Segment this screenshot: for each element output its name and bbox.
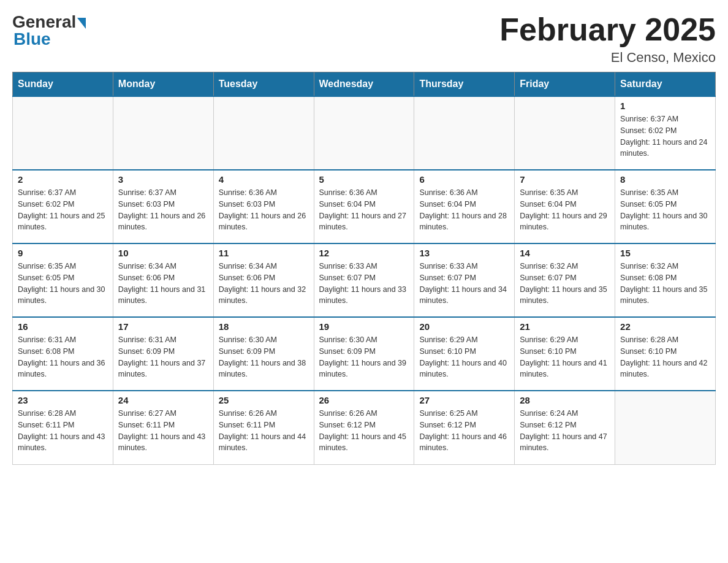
logo: General Blue (12, 12, 86, 49)
day-info: Sunrise: 6:36 AMSunset: 6:03 PMDaylight:… (219, 187, 309, 233)
day-header-saturday: Saturday (615, 72, 716, 97)
day-number: 16 (18, 321, 108, 332)
logo-blue-text: Blue (13, 29, 51, 49)
day-info: Sunrise: 6:25 AMSunset: 6:12 PMDaylight:… (419, 408, 509, 454)
calendar-cell-2-1: 10Sunrise: 6:34 AMSunset: 6:06 PMDayligh… (113, 243, 213, 317)
calendar-cell-4-2: 25Sunrise: 6:26 AMSunset: 6:11 PMDayligh… (213, 391, 314, 464)
day-header-friday: Friday (515, 72, 615, 97)
calendar-cell-2-5: 14Sunrise: 6:32 AMSunset: 6:07 PMDayligh… (515, 243, 615, 317)
calendar-cell-3-2: 18Sunrise: 6:30 AMSunset: 6:09 PMDayligh… (213, 317, 314, 391)
day-number: 14 (520, 248, 610, 258)
day-info: Sunrise: 6:26 AMSunset: 6:11 PMDaylight:… (219, 408, 309, 454)
page-header: General Blue February 2025 El Censo, Mex… (12, 12, 716, 66)
calendar-cell-3-0: 16Sunrise: 6:31 AMSunset: 6:08 PMDayligh… (13, 317, 113, 391)
calendar-week-row-2: 9Sunrise: 6:35 AMSunset: 6:05 PMDaylight… (13, 243, 716, 317)
calendar-cell-4-5: 28Sunrise: 6:24 AMSunset: 6:12 PMDayligh… (515, 391, 615, 464)
day-number: 17 (118, 321, 208, 332)
day-info: Sunrise: 6:29 AMSunset: 6:10 PMDaylight:… (520, 334, 610, 380)
day-number: 3 (118, 174, 208, 185)
day-number: 9 (18, 248, 108, 258)
day-number: 11 (219, 248, 309, 258)
day-info: Sunrise: 6:34 AMSunset: 6:06 PMDaylight:… (219, 261, 309, 307)
calendar-table: SundayMondayTuesdayWednesdayThursdayFrid… (12, 72, 716, 465)
calendar-cell-4-1: 24Sunrise: 6:27 AMSunset: 6:11 PMDayligh… (113, 391, 213, 464)
calendar-cell-2-6: 15Sunrise: 6:32 AMSunset: 6:08 PMDayligh… (615, 243, 716, 317)
day-number: 18 (219, 321, 309, 332)
day-number: 12 (319, 248, 409, 258)
calendar-cell-4-6 (615, 391, 716, 464)
calendar-cell-0-3 (314, 96, 414, 170)
calendar-header-row: SundayMondayTuesdayWednesdayThursdayFrid… (13, 72, 716, 97)
day-number: 6 (419, 174, 509, 185)
day-info: Sunrise: 6:35 AMSunset: 6:05 PMDaylight:… (18, 261, 108, 307)
location-text: El Censo, Mexico (499, 50, 716, 66)
calendar-cell-0-1 (113, 96, 213, 170)
day-info: Sunrise: 6:36 AMSunset: 6:04 PMDaylight:… (419, 187, 509, 233)
calendar-cell-4-3: 26Sunrise: 6:26 AMSunset: 6:12 PMDayligh… (314, 391, 414, 464)
calendar-cell-1-4: 6Sunrise: 6:36 AMSunset: 6:04 PMDaylight… (414, 170, 515, 243)
day-number: 15 (620, 248, 710, 258)
day-number: 24 (118, 395, 208, 405)
calendar-week-row-3: 16Sunrise: 6:31 AMSunset: 6:08 PMDayligh… (13, 317, 716, 391)
day-info: Sunrise: 6:33 AMSunset: 6:07 PMDaylight:… (419, 261, 509, 307)
day-header-sunday: Sunday (13, 72, 113, 97)
day-info: Sunrise: 6:37 AMSunset: 6:02 PMDaylight:… (620, 113, 710, 159)
day-number: 21 (520, 321, 610, 332)
calendar-cell-2-2: 11Sunrise: 6:34 AMSunset: 6:06 PMDayligh… (213, 243, 314, 317)
calendar-cell-1-6: 8Sunrise: 6:35 AMSunset: 6:05 PMDaylight… (615, 170, 716, 243)
day-header-tuesday: Tuesday (213, 72, 314, 97)
day-info: Sunrise: 6:28 AMSunset: 6:11 PMDaylight:… (18, 408, 108, 454)
calendar-cell-1-5: 7Sunrise: 6:35 AMSunset: 6:04 PMDaylight… (515, 170, 615, 243)
day-info: Sunrise: 6:35 AMSunset: 6:04 PMDaylight:… (520, 187, 610, 233)
day-number: 27 (419, 395, 509, 405)
day-info: Sunrise: 6:32 AMSunset: 6:07 PMDaylight:… (520, 261, 610, 307)
calendar-cell-1-3: 5Sunrise: 6:36 AMSunset: 6:04 PMDaylight… (314, 170, 414, 243)
day-number: 5 (319, 174, 409, 185)
day-info: Sunrise: 6:30 AMSunset: 6:09 PMDaylight:… (219, 334, 309, 380)
logo-arrow-icon (77, 18, 86, 29)
day-header-wednesday: Wednesday (314, 72, 414, 97)
calendar-cell-3-4: 20Sunrise: 6:29 AMSunset: 6:10 PMDayligh… (414, 317, 515, 391)
day-number: 1 (620, 101, 710, 111)
calendar-cell-4-4: 27Sunrise: 6:25 AMSunset: 6:12 PMDayligh… (414, 391, 515, 464)
calendar-cell-2-3: 12Sunrise: 6:33 AMSunset: 6:07 PMDayligh… (314, 243, 414, 317)
day-number: 19 (319, 321, 409, 332)
day-number: 25 (219, 395, 309, 405)
title-section: February 2025 El Censo, Mexico (499, 12, 716, 66)
calendar-cell-0-4 (414, 96, 515, 170)
calendar-cell-2-4: 13Sunrise: 6:33 AMSunset: 6:07 PMDayligh… (414, 243, 515, 317)
day-info: Sunrise: 6:37 AMSunset: 6:03 PMDaylight:… (118, 187, 208, 233)
calendar-cell-4-0: 23Sunrise: 6:28 AMSunset: 6:11 PMDayligh… (13, 391, 113, 464)
day-number: 7 (520, 174, 610, 185)
day-number: 13 (419, 248, 509, 258)
calendar-cell-3-5: 21Sunrise: 6:29 AMSunset: 6:10 PMDayligh… (515, 317, 615, 391)
day-info: Sunrise: 6:33 AMSunset: 6:07 PMDaylight:… (319, 261, 409, 307)
day-info: Sunrise: 6:36 AMSunset: 6:04 PMDaylight:… (319, 187, 409, 233)
calendar-cell-3-6: 22Sunrise: 6:28 AMSunset: 6:10 PMDayligh… (615, 317, 716, 391)
day-number: 10 (118, 248, 208, 258)
day-info: Sunrise: 6:37 AMSunset: 6:02 PMDaylight:… (18, 187, 108, 233)
calendar-week-row-1: 2Sunrise: 6:37 AMSunset: 6:02 PMDaylight… (13, 170, 716, 243)
day-info: Sunrise: 6:35 AMSunset: 6:05 PMDaylight:… (620, 187, 710, 233)
calendar-cell-0-0 (13, 96, 113, 170)
day-number: 4 (219, 174, 309, 185)
day-number: 20 (419, 321, 509, 332)
calendar-week-row-4: 23Sunrise: 6:28 AMSunset: 6:11 PMDayligh… (13, 391, 716, 464)
day-number: 28 (520, 395, 610, 405)
day-info: Sunrise: 6:26 AMSunset: 6:12 PMDaylight:… (319, 408, 409, 454)
calendar-cell-0-6: 1Sunrise: 6:37 AMSunset: 6:02 PMDaylight… (615, 96, 716, 170)
day-info: Sunrise: 6:30 AMSunset: 6:09 PMDaylight:… (319, 334, 409, 380)
calendar-cell-3-3: 19Sunrise: 6:30 AMSunset: 6:09 PMDayligh… (314, 317, 414, 391)
calendar-cell-1-2: 4Sunrise: 6:36 AMSunset: 6:03 PMDaylight… (213, 170, 314, 243)
day-info: Sunrise: 6:27 AMSunset: 6:11 PMDaylight:… (118, 408, 208, 454)
day-number: 22 (620, 321, 710, 332)
day-info: Sunrise: 6:29 AMSunset: 6:10 PMDaylight:… (419, 334, 509, 380)
month-title: February 2025 (499, 12, 716, 47)
calendar-cell-1-1: 3Sunrise: 6:37 AMSunset: 6:03 PMDaylight… (113, 170, 213, 243)
day-number: 26 (319, 395, 409, 405)
calendar-cell-2-0: 9Sunrise: 6:35 AMSunset: 6:05 PMDaylight… (13, 243, 113, 317)
day-number: 8 (620, 174, 710, 185)
day-info: Sunrise: 6:28 AMSunset: 6:10 PMDaylight:… (620, 334, 710, 380)
calendar-week-row-0: 1Sunrise: 6:37 AMSunset: 6:02 PMDaylight… (13, 96, 716, 170)
day-number: 2 (18, 174, 108, 185)
